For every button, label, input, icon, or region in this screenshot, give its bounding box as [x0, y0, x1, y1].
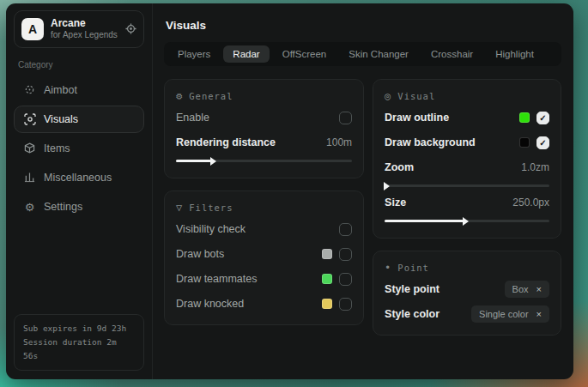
visibility-check-checkbox[interactable]: [339, 223, 352, 236]
visual-panel-header: ◎ Visual: [385, 90, 549, 102]
slider-thumb[interactable]: [384, 182, 390, 190]
sidebar-item-aimbot[interactable]: Aimbot: [14, 76, 144, 104]
draw-teammates-color-swatch[interactable]: [322, 274, 332, 284]
crosshair-icon[interactable]: [125, 23, 136, 34]
draw-background-checkbox[interactable]: ✓: [536, 136, 549, 149]
dot-icon: •: [385, 262, 391, 274]
sidebar-item-label: Aimbot: [44, 84, 77, 96]
general-panel-header: ⚙ General: [176, 90, 352, 102]
left-column: ⚙ General Enable Rendering distance 100m: [164, 79, 364, 325]
point-panel: • Point Style point Box × Style color: [373, 251, 561, 336]
draw-background-color-swatch[interactable]: [519, 137, 530, 148]
draw-outline-row: Draw outline ✓: [385, 107, 549, 128]
category-label: Category: [18, 60, 140, 70]
style-point-select[interactable]: Box ×: [505, 281, 549, 298]
draw-bots-row: Draw bots: [176, 244, 352, 264]
close-icon[interactable]: ×: [536, 309, 542, 319]
panel-title: Visual: [397, 91, 435, 101]
tab-skin-changer[interactable]: Skin Changer: [339, 45, 418, 63]
rendering-distance-label: Rendering distance: [176, 136, 276, 148]
draw-bots-color-swatch[interactable]: [322, 249, 332, 259]
visual-panel: ◎ Visual Draw outline ✓ Draw background …: [373, 79, 561, 239]
app-name: Arcane: [51, 17, 118, 30]
panel-title: Filters: [189, 203, 233, 213]
zoom-row: Zoom 1.0zm: [385, 157, 549, 178]
funnel-icon: ▽: [176, 202, 183, 214]
slider-thumb[interactable]: [463, 217, 469, 226]
sidebar-item-items[interactable]: Items: [14, 135, 144, 162]
settings-gear-icon: ⚙: [23, 201, 36, 214]
sidebar-item-label: Visuals: [44, 113, 78, 125]
filters-panel-header: ▽ Filters: [176, 202, 352, 214]
visuals-scan-icon: [23, 113, 36, 125]
draw-knocked-row: Draw knocked: [176, 293, 352, 314]
session-duration-text: Session duration 2m 56s: [23, 336, 135, 363]
size-row: Size 250.0px: [385, 192, 549, 213]
tab-highlight[interactable]: Highlight: [486, 45, 543, 63]
close-icon[interactable]: ×: [536, 284, 542, 294]
draw-knocked-label: Draw knocked: [176, 298, 244, 310]
size-label: Size: [385, 197, 406, 209]
draw-teammates-checkbox[interactable]: [339, 273, 352, 286]
page-title: Visuals: [166, 19, 560, 32]
point-panel-header: • Point: [385, 262, 549, 274]
check-icon: ✓: [539, 138, 546, 148]
sidebar-item-label: Miscellaneous: [44, 172, 112, 184]
zoom-slider[interactable]: [385, 184, 549, 187]
sidebar-item-label: Items: [44, 142, 70, 154]
zoom-value: 1.0zm: [521, 161, 549, 173]
draw-background-label: Draw background: [385, 136, 476, 148]
size-slider[interactable]: [385, 220, 549, 222]
draw-knocked-checkbox[interactable]: [339, 298, 352, 311]
style-color-select[interactable]: Single color ×: [471, 305, 549, 323]
style-point-value: Box: [512, 284, 529, 294]
general-panel: ⚙ General Enable Rendering distance 100m: [164, 79, 364, 178]
visibility-check-label: Visibility check: [176, 223, 246, 235]
eye-icon: ◎: [385, 90, 391, 102]
filters-panel: ▽ Filters Visibility check Draw bots: [164, 190, 364, 325]
draw-outline-color-swatch[interactable]: [519, 112, 530, 123]
rendering-distance-slider[interactable]: [176, 160, 352, 162]
sidebar-item-miscellaneous[interactable]: Miscellaneous: [14, 164, 144, 191]
style-point-row: Style point Box ×: [385, 279, 549, 299]
app-logo: A: [21, 18, 44, 40]
app-subtitle: for Apex Legends: [51, 30, 118, 41]
tab-crosshair[interactable]: Crosshair: [421, 45, 482, 63]
brand-text: Arcane for Apex Legends: [51, 17, 118, 41]
draw-knocked-color-swatch[interactable]: [322, 299, 332, 309]
panel-title: General: [189, 91, 233, 101]
subscription-info: Sub expires in 9d 23h Session duration 2…: [14, 314, 144, 371]
draw-outline-checkbox[interactable]: ✓: [536, 112, 549, 124]
tab-radar[interactable]: Radar: [223, 45, 269, 63]
style-color-row: Style color Single color ×: [385, 304, 549, 324]
app-window: A Arcane for Apex Legends Category Aimbo…: [6, 3, 573, 379]
sidebar-item-settings[interactable]: ⚙ Settings: [14, 193, 144, 221]
misc-columns-icon: [23, 172, 36, 183]
sidebar-item-visuals[interactable]: Visuals: [14, 106, 144, 133]
right-column: ◎ Visual Draw outline ✓ Draw background …: [373, 79, 561, 336]
draw-teammates-label: Draw teammates: [176, 273, 257, 285]
style-color-value: Single color: [479, 309, 528, 319]
aimbot-crosshair-icon: [23, 84, 36, 95]
items-cube-icon: [23, 142, 36, 154]
brand-card: A Arcane for Apex Legends: [14, 10, 144, 48]
enable-checkbox[interactable]: [339, 112, 352, 124]
slider-thumb[interactable]: [210, 157, 216, 166]
main-content: Visuals Players Radar OffScreen Skin Cha…: [153, 3, 573, 379]
tab-offscreen[interactable]: OffScreen: [273, 45, 336, 63]
check-icon: ✓: [539, 113, 546, 123]
style-color-label: Style color: [385, 308, 439, 320]
rendering-distance-value: 100m: [326, 136, 352, 148]
enable-label: Enable: [176, 112, 209, 124]
tab-bar: Players Radar OffScreen Skin Changer Cro…: [164, 42, 561, 66]
draw-bots-checkbox[interactable]: [339, 248, 352, 261]
tab-players[interactable]: Players: [168, 45, 220, 63]
style-point-label: Style point: [385, 283, 439, 295]
draw-outline-label: Draw outline: [385, 112, 449, 124]
visibility-check-row: Visibility check: [176, 219, 352, 239]
enable-row: Enable: [176, 107, 352, 128]
sidebar: A Arcane for Apex Legends Category Aimbo…: [6, 3, 153, 379]
size-value: 250.0px: [512, 197, 549, 209]
draw-background-row: Draw background ✓: [385, 132, 549, 153]
sidebar-nav: Aimbot Visuals Items: [14, 76, 144, 221]
